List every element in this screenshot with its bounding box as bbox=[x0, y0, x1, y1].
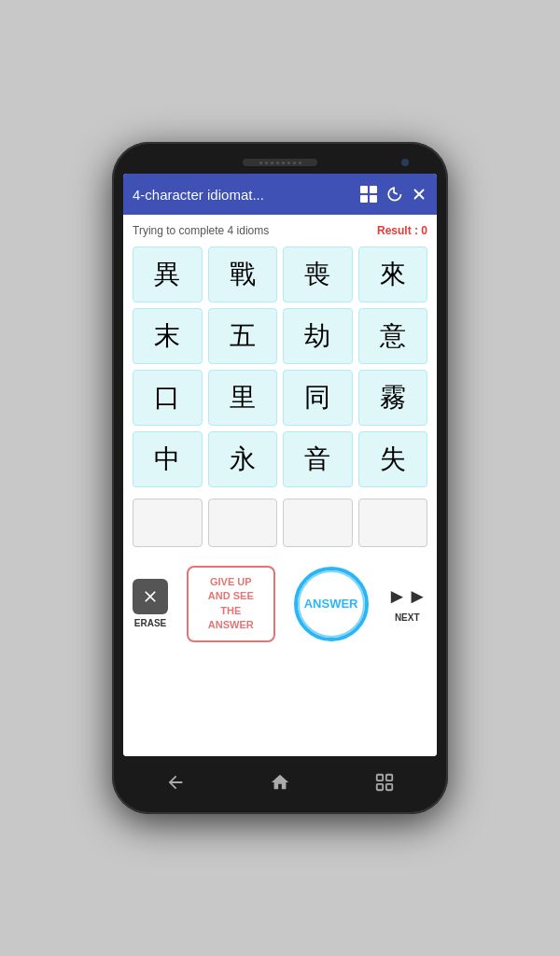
char-cell-2-2[interactable]: 同 bbox=[283, 370, 353, 426]
char-cell-1-0[interactable]: 末 bbox=[133, 308, 203, 364]
next-icon: ►► bbox=[386, 584, 427, 609]
erase-label: ERASE bbox=[134, 618, 166, 628]
progress-text: Trying to complete 4 idioms bbox=[133, 224, 269, 237]
char-cell-2-1[interactable]: 里 bbox=[208, 370, 278, 426]
char-cell-0-3[interactable]: 來 bbox=[358, 246, 428, 302]
answer-slots bbox=[133, 499, 427, 547]
screen: 4-character idiomat... bbox=[123, 174, 437, 756]
svg-rect-2 bbox=[377, 784, 383, 790]
back-button[interactable] bbox=[165, 772, 186, 793]
svg-rect-0 bbox=[377, 775, 383, 780]
char-cell-2-3[interactable]: 霧 bbox=[358, 370, 428, 426]
history-icon[interactable] bbox=[385, 185, 403, 204]
char-cell-3-1[interactable]: 永 bbox=[208, 431, 278, 487]
char-cell-1-2[interactable]: 劫 bbox=[283, 308, 353, 364]
status-bar: Trying to complete 4 idioms Result : 0 bbox=[133, 224, 427, 237]
answer-slot-3[interactable] bbox=[283, 499, 353, 547]
char-cell-3-2[interactable]: 音 bbox=[283, 431, 353, 487]
speaker-grille bbox=[243, 159, 317, 166]
svg-rect-3 bbox=[386, 784, 392, 790]
close-icon[interactable] bbox=[411, 186, 427, 203]
phone-shell: 4-character idiomat... bbox=[112, 142, 448, 814]
home-button[interactable] bbox=[270, 772, 290, 793]
next-button[interactable]: ►► NEXT bbox=[386, 584, 427, 623]
result-label: Result : 0 bbox=[377, 224, 427, 237]
char-cell-3-0[interactable]: 中 bbox=[133, 431, 203, 487]
app-content: Trying to complete 4 idioms Result : 0 異… bbox=[123, 215, 437, 756]
char-cell-3-3[interactable]: 失 bbox=[358, 431, 428, 487]
char-cell-1-1[interactable]: 五 bbox=[208, 308, 278, 364]
answer-button-label: ANSWER bbox=[304, 597, 358, 611]
recents-button[interactable] bbox=[374, 772, 395, 793]
answer-slot-4[interactable] bbox=[358, 499, 428, 547]
phone-top-bar bbox=[123, 159, 437, 166]
bottom-controls: ERASE GIVE UP AND SEE THE ANSWER ANSWER … bbox=[133, 562, 427, 646]
front-camera bbox=[401, 159, 409, 166]
char-cell-1-3[interactable]: 意 bbox=[358, 308, 428, 364]
char-cell-0-0[interactable]: 異 bbox=[133, 246, 203, 302]
next-label: NEXT bbox=[395, 612, 420, 623]
app-title: 4-character idiomat... bbox=[133, 187, 353, 203]
answer-slot-2[interactable] bbox=[208, 499, 278, 547]
erase-button[interactable]: ERASE bbox=[133, 579, 168, 628]
char-cell-0-1[interactable]: 戰 bbox=[208, 246, 278, 302]
character-grid: 異戰喪來末五劫意口里同霧中永音失 bbox=[133, 246, 427, 487]
app-header: 4-character idiomat... bbox=[123, 174, 437, 215]
grid-icon[interactable] bbox=[360, 186, 377, 203]
answer-button[interactable]: ANSWER bbox=[294, 567, 369, 641]
answer-slot-1[interactable] bbox=[133, 499, 203, 547]
phone-bottom-nav bbox=[123, 762, 437, 803]
give-up-button[interactable]: GIVE UP AND SEE THE ANSWER bbox=[187, 566, 275, 642]
char-cell-0-2[interactable]: 喪 bbox=[283, 246, 353, 302]
char-cell-2-0[interactable]: 口 bbox=[133, 370, 203, 426]
svg-rect-1 bbox=[386, 775, 392, 780]
erase-icon bbox=[133, 579, 168, 614]
